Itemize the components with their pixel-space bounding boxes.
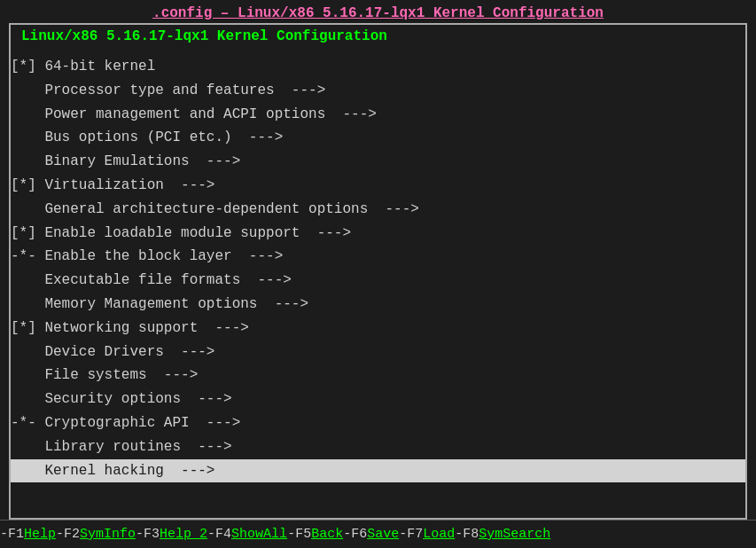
footer-item-f2[interactable]: -F2SymInfo	[56, 527, 136, 542]
item-virt[interactable]: [*] Virtualization --->	[11, 174, 745, 198]
item-filesys[interactable]: File systems --->	[11, 364, 745, 388]
footer-key-f7: -F7	[399, 527, 423, 542]
footer-label-showall: ShowAll	[231, 527, 287, 542]
footer-key-f5: -F5	[287, 527, 311, 542]
footer-item-f1[interactable]: -F1Help	[0, 527, 56, 542]
footer-item-f3[interactable]: -F3Help 2	[136, 527, 207, 542]
footer-item-f6[interactable]: -F6Save	[343, 527, 399, 542]
item-networking[interactable]: [*] Networking support --->	[11, 317, 745, 341]
title-bar: .config – Linux/x86 5.16.17-lqx1 Kernel …	[0, 0, 756, 23]
item-arch[interactable]: General architecture-dependent options -…	[11, 198, 745, 222]
item-bus[interactable]: Bus options (PCI etc.) --->	[11, 126, 745, 150]
footer-item-f7[interactable]: -F7Load	[399, 527, 455, 542]
item-processor[interactable]: Processor type and features --->	[11, 79, 745, 103]
item-crypto[interactable]: -*- Cryptographic API --->	[11, 411, 745, 435]
footer-key-f6: -F6	[343, 527, 367, 542]
subtitle-bar: Linux/x86 5.16.17-lqx1 Kernel Configurat…	[9, 23, 747, 48]
item-kernel[interactable]: Kernel hacking --->	[11, 459, 745, 483]
kernel-config-window: .config – Linux/x86 5.16.17-lqx1 Kernel …	[0, 0, 756, 548]
item-64bit[interactable]: [*] 64-bit kernel	[11, 55, 745, 79]
footer-key-f4: -F4	[207, 527, 231, 542]
footer-item-f4[interactable]: -F4ShowAll	[207, 527, 287, 542]
footer-key-f1: -F1	[0, 527, 24, 542]
item-library[interactable]: Library routines --->	[11, 435, 745, 459]
footer-label-symsearch: SymSearch	[479, 527, 550, 542]
footer-label-syminfo: SymInfo	[80, 527, 136, 542]
item-power[interactable]: Power management and ACPI options --->	[11, 103, 745, 127]
item-block[interactable]: -*- Enable the block layer --->	[11, 245, 745, 269]
footer-key-f8: -F8	[455, 527, 479, 542]
footer-label-help2: Help 2	[160, 527, 207, 542]
item-exec[interactable]: Executable file formats --->	[11, 269, 745, 293]
footer-label-help: Help	[24, 527, 56, 542]
footer: -F1Help-F2SymInfo-F3Help 2-F4ShowAll-F5B…	[0, 520, 756, 548]
item-binary[interactable]: Binary Emulations --->	[11, 150, 745, 174]
footer-label-load: Load	[423, 527, 455, 542]
footer-label-save: Save	[367, 527, 399, 542]
item-drivers[interactable]: Device Drivers --->	[11, 341, 745, 364]
footer-label-back: Back	[311, 527, 343, 542]
main-content: [*] 64-bit kernel Processor type and fea…	[9, 48, 747, 520]
footer-key-f3: -F3	[136, 527, 160, 542]
window-title: .config – Linux/x86 5.16.17-lqx1 Kernel …	[152, 5, 604, 21]
footer-item-f8[interactable]: -F8SymSearch	[455, 527, 550, 542]
footer-key-f2: -F2	[56, 527, 80, 542]
item-module[interactable]: [*] Enable loadable module support --->	[11, 222, 745, 246]
subtitle-text: Linux/x86 5.16.17-lqx1 Kernel Configurat…	[21, 28, 387, 44]
footer-item-f5[interactable]: -F5Back	[287, 527, 343, 542]
item-memory[interactable]: Memory Management options --->	[11, 293, 745, 317]
item-security[interactable]: Security options --->	[11, 388, 745, 411]
